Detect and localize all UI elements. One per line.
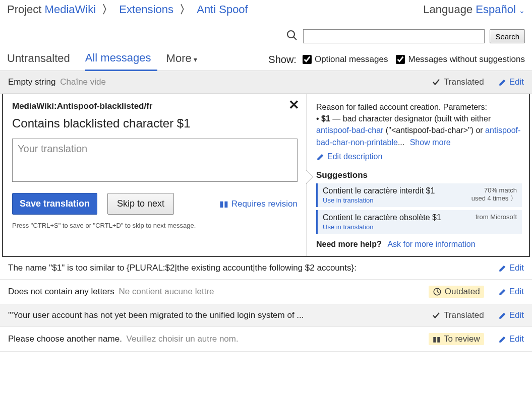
pointer-icon: [306, 170, 313, 184]
show-label: Show:: [268, 54, 297, 65]
message-source: The name "$1" is too similar to {PLURAL:…: [8, 263, 357, 273]
message-text: The name "$1" is too similar to {PLURAL:…: [8, 263, 498, 273]
edit-description-link[interactable]: Edit description: [316, 152, 382, 161]
message-source: '''Your user account has not yet been mi…: [8, 310, 304, 320]
message-text: '''Your user account has not yet been mi…: [8, 310, 432, 320]
checkbox-optional-messages[interactable]: Optional messages: [303, 54, 388, 64]
language-selector[interactable]: Language Español ⌄: [423, 3, 525, 16]
tab-untranslated[interactable]: Untransalted: [7, 49, 76, 70]
suggestion-meta: from Microsoft: [476, 213, 517, 221]
language-label: Language: [423, 3, 472, 16]
message-source: Please choose another name.: [8, 334, 122, 344]
search-input[interactable]: [303, 29, 485, 43]
requires-revision-link[interactable]: ▮▮ Requires revision: [219, 199, 298, 209]
breadcrumb-sep-icon: 〉: [102, 3, 113, 16]
close-icon[interactable]: ✕: [288, 101, 300, 109]
tab-more[interactable]: More: [166, 49, 203, 70]
status-translated: Translated: [432, 310, 484, 320]
clock-icon: [433, 287, 442, 296]
message-translation: Chaîne vide: [60, 77, 106, 87]
flag-icon: ▮▮: [433, 335, 441, 343]
edit-link[interactable]: Edit: [498, 287, 524, 297]
skip-button[interactable]: Skip to next: [107, 193, 174, 215]
edit-link[interactable]: Edit: [498, 263, 524, 273]
keyboard-hint: Press "CTRL+S" to save or "CRTL+D" to sk…: [12, 222, 298, 229]
checkbox-no-suggestions-label: Messages without suggestions: [408, 54, 525, 64]
breadcrumb: Project MediaWiki 〉 Extensions 〉 Anti Sp…: [7, 2, 248, 17]
message-translation: Veuillez choisir un autre nom.: [127, 334, 239, 344]
suggestion-2[interactable]: Contient le caractère obsolète $1 Use in…: [316, 210, 522, 234]
show-more-link[interactable]: Show more: [410, 138, 451, 147]
check-icon: [432, 311, 441, 320]
svg-line-1: [293, 37, 297, 40]
chevron-down-icon: ⌄: [519, 7, 525, 15]
message-row-similar[interactable]: The name "$1" is too similar to {PLURAL:…: [0, 257, 532, 280]
language-value: Español: [476, 3, 516, 16]
message-translation: Ne contient aucune lettre: [119, 287, 214, 296]
search-icon: [286, 29, 298, 43]
pencil-icon: [316, 152, 325, 161]
breadcrumb-extensions[interactable]: Extensions: [119, 3, 173, 16]
edit-link[interactable]: Edit: [498, 77, 524, 87]
suggestion-text: Contient le caractère interdit $1: [323, 186, 435, 195]
use-in-translation-link[interactable]: Use in translation: [323, 223, 441, 231]
translation-editor: MediaWiki:Antispoof-blacklisted/fr ✕ Con…: [2, 94, 530, 257]
message-source: Empty string: [8, 77, 55, 87]
edit-link[interactable]: Edit: [498, 334, 524, 344]
message-row-choose[interactable]: Please choose another name. Veuillez cho…: [0, 327, 532, 352]
status-to-review: ▮▮ To review: [429, 333, 484, 345]
tab-all-messages[interactable]: All messages: [85, 48, 157, 71]
suggestions-heading: Suggestions: [316, 170, 522, 180]
message-row-empty[interactable]: Empty string Chaîne vide Translated Edit: [0, 71, 532, 94]
need-help: Need more help? Ask for more information: [316, 240, 522, 249]
edit-link[interactable]: Edit: [498, 310, 524, 320]
checkbox-optional-label: Optional messages: [315, 54, 388, 64]
ask-info-link[interactable]: Ask for more information: [387, 240, 475, 248]
message-text: Does not contain any letters Ne contient…: [8, 287, 429, 297]
flag-icon: ▮▮: [219, 199, 228, 209]
message-row-migrated[interactable]: '''Your user account has not yet been mi…: [0, 304, 532, 327]
translation-input[interactable]: [12, 139, 298, 182]
source-text: Contains blacklisted character $1: [12, 116, 298, 130]
pencil-icon: [498, 287, 507, 296]
doc-link-bad-char[interactable]: antispoof-bad-char: [316, 126, 383, 135]
check-icon: [432, 78, 441, 87]
use-in-translation-link[interactable]: Use in translation: [323, 196, 435, 204]
breadcrumb-project[interactable]: MediaWiki: [45, 3, 96, 16]
status-translated: Translated: [432, 77, 484, 87]
message-text: Please choose another name. Veuillez cho…: [8, 334, 429, 344]
suggestion-text: Contient le caractère obsolète $1: [323, 213, 441, 222]
pencil-icon: [498, 263, 507, 273]
pencil-icon: [498, 311, 507, 320]
breadcrumb-sep-icon: 〉: [180, 3, 191, 16]
message-description: Reason for failed account creation. Para…: [316, 101, 522, 148]
suggestion-1[interactable]: Contient le caractère interdit $1 Use in…: [316, 183, 522, 207]
pencil-icon: [498, 78, 507, 87]
message-source: Does not contain any letters: [8, 287, 114, 296]
save-translation-button[interactable]: Save translation: [12, 193, 97, 215]
svg-point-0: [287, 31, 294, 38]
search-button[interactable]: Search: [490, 29, 525, 43]
project-label: Project: [7, 3, 41, 16]
breadcrumb-antispoof[interactable]: Anti Spoof: [197, 3, 248, 16]
status-outdated: Outdated: [429, 286, 484, 298]
pencil-icon: [498, 335, 507, 344]
message-row-noletters[interactable]: Does not contain any letters Ne contient…: [0, 280, 532, 304]
checkbox-optional-input[interactable]: [303, 55, 312, 64]
message-text: Empty string Chaîne vide: [8, 77, 432, 87]
suggestion-meta: 70% match used 4 times 〉: [471, 186, 517, 203]
checkbox-no-suggestions-input[interactable]: [396, 55, 405, 64]
checkbox-no-suggestions[interactable]: Messages without suggestions: [396, 54, 525, 64]
message-key: MediaWiki:Antispoof-blacklisted/fr: [12, 101, 298, 111]
